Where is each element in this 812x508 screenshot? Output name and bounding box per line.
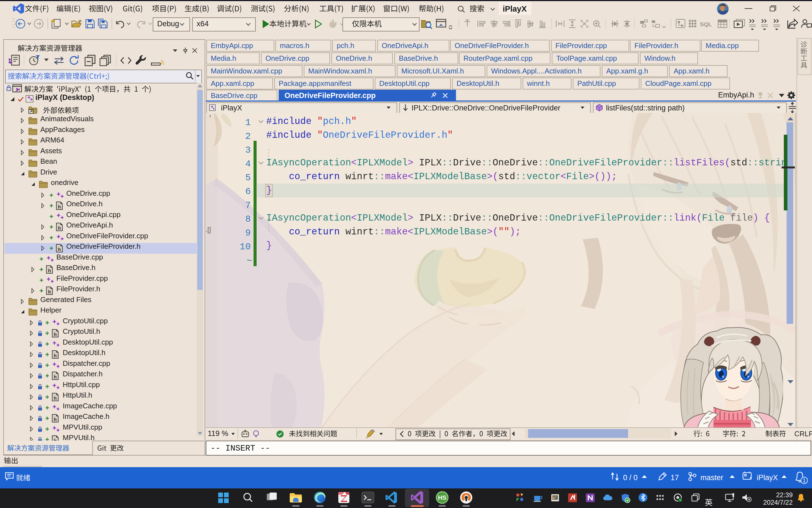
- svg-text:h: h: [58, 204, 61, 210]
- svg-text:h: h: [54, 396, 56, 401]
- svg-text:h: h: [58, 225, 61, 231]
- svg-text:1: 1: [803, 477, 806, 483]
- svg-text:h: h: [54, 374, 56, 380]
- svg-text:h: h: [54, 332, 56, 337]
- svg-text:h: h: [58, 247, 61, 252]
- svg-text:HS: HS: [438, 494, 447, 501]
- svg-text:h: h: [48, 289, 51, 295]
- svg-text:h: h: [54, 417, 56, 422]
- svg-text:h: h: [48, 268, 51, 273]
- svg-text:h: h: [54, 353, 56, 358]
